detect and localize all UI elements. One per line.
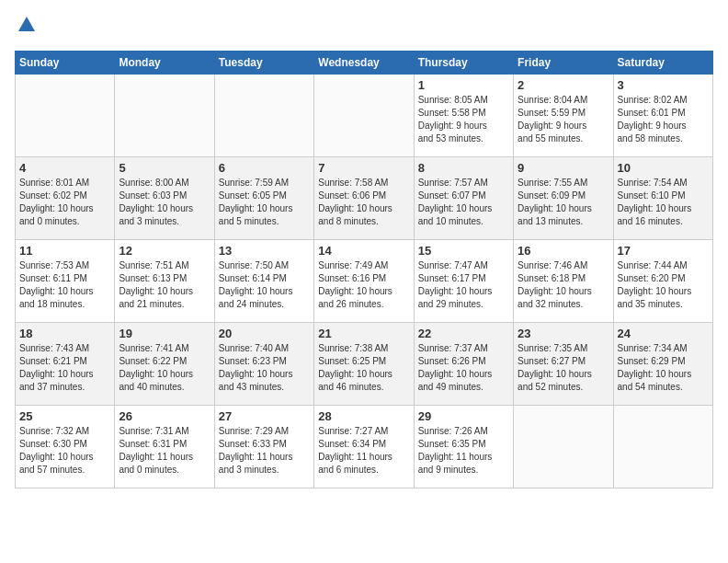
day-number: 5 xyxy=(119,161,210,175)
calendar-cell: 18Sunrise: 7:43 AM Sunset: 6:21 PM Dayli… xyxy=(16,323,115,406)
day-info: Sunrise: 8:02 AM Sunset: 6:01 PM Dayligh… xyxy=(618,94,709,145)
day-info: Sunrise: 7:54 AM Sunset: 6:10 PM Dayligh… xyxy=(618,177,709,228)
day-number: 28 xyxy=(318,409,409,423)
day-number: 29 xyxy=(418,409,509,423)
day-number: 3 xyxy=(618,78,709,92)
day-number: 25 xyxy=(19,409,110,423)
day-info: Sunrise: 7:44 AM Sunset: 6:20 PM Dayligh… xyxy=(618,259,709,311)
calendar-cell: 10Sunrise: 7:54 AM Sunset: 6:10 PM Dayli… xyxy=(613,157,712,240)
calendar-cell: 28Sunrise: 7:27 AM Sunset: 6:34 PM Dayli… xyxy=(314,406,414,488)
logo-text xyxy=(15,15,37,40)
day-info: Sunrise: 7:55 AM Sunset: 6:09 PM Dayligh… xyxy=(518,177,609,228)
day-info: Sunrise: 7:29 AM Sunset: 6:33 PM Dayligh… xyxy=(219,425,310,477)
calendar-cell: 9Sunrise: 7:55 AM Sunset: 6:09 PM Daylig… xyxy=(514,157,613,240)
day-number: 6 xyxy=(219,161,310,175)
day-number: 15 xyxy=(418,244,509,258)
calendar-cell: 1Sunrise: 8:05 AM Sunset: 5:58 PM Daylig… xyxy=(414,75,513,157)
day-number: 23 xyxy=(518,327,609,340)
calendar-cell: 15Sunrise: 7:47 AM Sunset: 6:17 PM Dayli… xyxy=(414,240,513,323)
day-info: Sunrise: 8:04 AM Sunset: 5:59 PM Dayligh… xyxy=(518,94,609,145)
day-info: Sunrise: 7:27 AM Sunset: 6:34 PM Dayligh… xyxy=(318,425,409,477)
day-number: 26 xyxy=(119,409,210,423)
day-number: 10 xyxy=(618,161,709,175)
week-row-5: 25Sunrise: 7:32 AM Sunset: 6:30 PM Dayli… xyxy=(16,406,713,488)
day-info: Sunrise: 7:46 AM Sunset: 6:18 PM Dayligh… xyxy=(518,259,609,311)
col-header-tuesday: Tuesday xyxy=(214,52,313,75)
day-info: Sunrise: 7:50 AM Sunset: 6:14 PM Dayligh… xyxy=(219,259,310,311)
calendar-cell: 12Sunrise: 7:51 AM Sunset: 6:13 PM Dayli… xyxy=(115,240,214,323)
calendar-cell: 23Sunrise: 7:35 AM Sunset: 6:27 PM Dayli… xyxy=(514,323,613,406)
day-number: 19 xyxy=(119,327,210,340)
day-number: 21 xyxy=(318,327,409,340)
calendar-cell: 8Sunrise: 7:57 AM Sunset: 6:07 PM Daylig… xyxy=(414,157,513,240)
col-header-monday: Monday xyxy=(115,52,214,75)
col-header-wednesday: Wednesday xyxy=(314,52,414,75)
day-number: 27 xyxy=(219,409,310,423)
day-info: Sunrise: 7:31 AM Sunset: 6:31 PM Dayligh… xyxy=(119,425,210,477)
day-number: 4 xyxy=(19,161,110,175)
week-row-2: 4Sunrise: 8:01 AM Sunset: 6:02 PM Daylig… xyxy=(16,157,713,240)
calendar-cell: 6Sunrise: 7:59 AM Sunset: 6:05 PM Daylig… xyxy=(214,157,313,240)
day-info: Sunrise: 7:49 AM Sunset: 6:16 PM Dayligh… xyxy=(318,259,409,311)
calendar-cell: 21Sunrise: 7:38 AM Sunset: 6:25 PM Dayli… xyxy=(314,323,414,406)
logo-icon xyxy=(17,15,37,35)
calendar-cell xyxy=(16,75,115,157)
day-info: Sunrise: 8:05 AM Sunset: 5:58 PM Dayligh… xyxy=(418,94,509,145)
calendar-cell xyxy=(514,406,613,488)
day-info: Sunrise: 7:51 AM Sunset: 6:13 PM Dayligh… xyxy=(119,259,210,311)
day-info: Sunrise: 7:43 AM Sunset: 6:21 PM Dayligh… xyxy=(19,342,110,394)
calendar-cell: 17Sunrise: 7:44 AM Sunset: 6:20 PM Dayli… xyxy=(613,240,712,323)
calendar-cell: 4Sunrise: 8:01 AM Sunset: 6:02 PM Daylig… xyxy=(16,157,115,240)
calendar-cell: 24Sunrise: 7:34 AM Sunset: 6:29 PM Dayli… xyxy=(613,323,712,406)
day-info: Sunrise: 7:38 AM Sunset: 6:25 PM Dayligh… xyxy=(318,342,409,394)
col-header-saturday: Saturday xyxy=(613,52,712,75)
day-info: Sunrise: 7:59 AM Sunset: 6:05 PM Dayligh… xyxy=(219,177,310,228)
day-info: Sunrise: 7:37 AM Sunset: 6:26 PM Dayligh… xyxy=(418,342,509,394)
calendar-cell: 20Sunrise: 7:40 AM Sunset: 6:23 PM Dayli… xyxy=(214,323,313,406)
logo-general xyxy=(15,22,37,38)
day-info: Sunrise: 7:53 AM Sunset: 6:11 PM Dayligh… xyxy=(19,259,110,311)
day-number: 14 xyxy=(318,244,409,258)
calendar-cell: 19Sunrise: 7:41 AM Sunset: 6:22 PM Dayli… xyxy=(115,323,214,406)
calendar-cell: 14Sunrise: 7:49 AM Sunset: 6:16 PM Dayli… xyxy=(314,240,414,323)
calendar-table: SundayMondayTuesdayWednesdayThursdayFrid… xyxy=(15,51,713,488)
calendar-cell: 26Sunrise: 7:31 AM Sunset: 6:31 PM Dayli… xyxy=(115,406,214,488)
week-row-3: 11Sunrise: 7:53 AM Sunset: 6:11 PM Dayli… xyxy=(16,240,713,323)
calendar-cell: 11Sunrise: 7:53 AM Sunset: 6:11 PM Dayli… xyxy=(16,240,115,323)
day-number: 8 xyxy=(418,161,509,175)
col-header-thursday: Thursday xyxy=(414,52,513,75)
day-number: 13 xyxy=(219,244,310,258)
calendar-cell: 3Sunrise: 8:02 AM Sunset: 6:01 PM Daylig… xyxy=(613,75,712,157)
day-info: Sunrise: 7:41 AM Sunset: 6:22 PM Dayligh… xyxy=(119,342,210,394)
day-number: 2 xyxy=(518,78,609,92)
day-number: 9 xyxy=(518,161,609,175)
calendar-cell: 22Sunrise: 7:37 AM Sunset: 6:26 PM Dayli… xyxy=(414,323,513,406)
day-info: Sunrise: 8:00 AM Sunset: 6:03 PM Dayligh… xyxy=(119,177,210,228)
calendar-cell: 13Sunrise: 7:50 AM Sunset: 6:14 PM Dayli… xyxy=(214,240,313,323)
day-number: 12 xyxy=(119,244,210,258)
header-row: SundayMondayTuesdayWednesdayThursdayFrid… xyxy=(16,52,713,75)
day-number: 17 xyxy=(618,244,709,258)
calendar-cell: 16Sunrise: 7:46 AM Sunset: 6:18 PM Dayli… xyxy=(514,240,613,323)
calendar-cell: 25Sunrise: 7:32 AM Sunset: 6:30 PM Dayli… xyxy=(16,406,115,488)
day-number: 18 xyxy=(19,327,110,340)
day-number: 24 xyxy=(618,327,709,340)
day-number: 11 xyxy=(19,244,110,258)
page-header xyxy=(15,15,713,40)
day-info: Sunrise: 7:32 AM Sunset: 6:30 PM Dayligh… xyxy=(19,425,110,477)
day-info: Sunrise: 7:35 AM Sunset: 6:27 PM Dayligh… xyxy=(518,342,609,394)
day-info: Sunrise: 7:47 AM Sunset: 6:17 PM Dayligh… xyxy=(418,259,509,311)
day-number: 1 xyxy=(418,78,509,92)
calendar-cell xyxy=(214,75,313,157)
calendar-cell: 7Sunrise: 7:58 AM Sunset: 6:06 PM Daylig… xyxy=(314,157,414,240)
day-number: 22 xyxy=(418,327,509,340)
col-header-friday: Friday xyxy=(514,52,613,75)
calendar-cell xyxy=(314,75,414,157)
week-row-1: 1Sunrise: 8:05 AM Sunset: 5:58 PM Daylig… xyxy=(16,75,713,157)
calendar-cell: 27Sunrise: 7:29 AM Sunset: 6:33 PM Dayli… xyxy=(214,406,313,488)
col-header-sunday: Sunday xyxy=(16,52,115,75)
day-number: 20 xyxy=(219,327,310,340)
calendar-cell xyxy=(115,75,214,157)
day-number: 7 xyxy=(318,161,409,175)
day-info: Sunrise: 7:57 AM Sunset: 6:07 PM Dayligh… xyxy=(418,177,509,228)
